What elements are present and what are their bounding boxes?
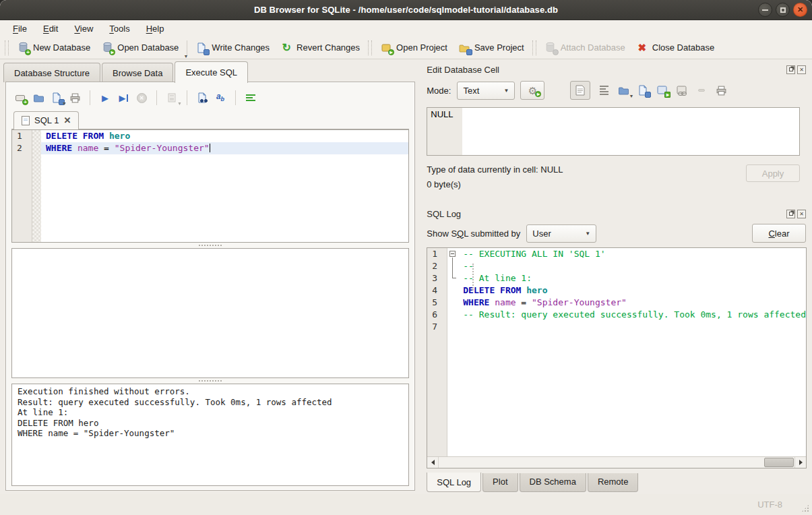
- menu-view[interactable]: View: [67, 22, 100, 35]
- dock-splitter[interactable]: [472, 264, 474, 291]
- menu-file[interactable]: File: [6, 22, 34, 35]
- menubar: File Edit View Tools Help: [0, 20, 812, 36]
- cell-editor[interactable]: NULL: [427, 107, 800, 156]
- execution-message[interactable]: Execution finished without errors. Resul…: [11, 384, 409, 486]
- cell-editor-margin: NULL: [427, 108, 462, 155]
- log-line: --: [458, 260, 806, 272]
- revert-changes-button[interactable]: ↻ Revert Changes: [275, 39, 365, 57]
- open-project-icon: ▸: [380, 42, 392, 54]
- horizontal-splitter[interactable]: [11, 378, 409, 384]
- close-database-button[interactable]: ✖ Close Database: [631, 39, 720, 57]
- right-dock: Edit Database Cell ✕ Mode: Text ▼ ⚙ ▸: [420, 59, 812, 494]
- fold-collapse-icon[interactable]: [449, 251, 456, 257]
- new-database-button[interactable]: + New Database: [11, 39, 96, 57]
- submitter-select[interactable]: User ▼: [526, 224, 596, 243]
- dock-float-button[interactable]: [786, 210, 795, 218]
- filter-label: Show SQL submitted by: [427, 229, 520, 239]
- execute-all-icon[interactable]: ▶: [99, 92, 111, 104]
- dock-float-button[interactable]: [786, 65, 795, 74]
- document-icon: [575, 85, 585, 96]
- toolbar-separator: [187, 40, 187, 55]
- tab-remote[interactable]: Remote: [588, 473, 639, 492]
- dock-close-button[interactable]: ✕: [797, 65, 806, 74]
- menu-help[interactable]: Help: [139, 22, 171, 35]
- word-wrap-icon[interactable]: [245, 92, 257, 104]
- tab-execute-sql[interactable]: Execute SQL: [175, 61, 248, 83]
- tab-browse-data[interactable]: Browse Data: [102, 63, 173, 82]
- results-area[interactable]: [11, 248, 409, 378]
- message-line: WHERE name = "Spider-Youngster": [18, 428, 403, 439]
- sql-log-title: SQL Log: [427, 209, 461, 219]
- maximize-button[interactable]: [776, 3, 790, 17]
- mode-select[interactable]: Text ▼: [457, 82, 515, 100]
- clear-button[interactable]: Clear: [752, 224, 806, 243]
- sql-tab[interactable]: SQL 1 ✕: [13, 111, 79, 129]
- menu-tools[interactable]: Tools: [102, 22, 136, 35]
- window-controls: ✕: [758, 3, 807, 17]
- resize-grip-icon[interactable]: [801, 504, 810, 513]
- titlebar[interactable]: DB Browser for SQLite - /home/user/code/…: [0, 0, 812, 20]
- import-from-file-icon[interactable]: ▼: [617, 84, 629, 96]
- tab-plot[interactable]: Plot: [482, 473, 518, 492]
- toolbar-handle[interactable]: [532, 40, 536, 55]
- save-sql-file-icon[interactable]: ▼: [51, 92, 63, 104]
- editor-fold-margin: [32, 130, 41, 242]
- open-sql-file-icon[interactable]: [32, 92, 44, 104]
- auto-mode-button[interactable]: ⚙ ▸: [520, 81, 544, 100]
- new-tab-icon[interactable]: +: [14, 92, 26, 104]
- minimize-button[interactable]: [758, 3, 772, 17]
- cell-editor-content[interactable]: [462, 108, 799, 155]
- log-fold-margin[interactable]: [447, 248, 458, 456]
- menu-edit[interactable]: Edit: [36, 22, 65, 35]
- log-line: -- At line 1:: [458, 272, 806, 284]
- apply-button: Apply: [746, 164, 800, 182]
- execute-current-line-icon[interactable]: ▶: [117, 92, 129, 104]
- main-tabbar: Database Structure Browse Data Execute S…: [0, 59, 420, 82]
- sql-log-filter-row: Show SQL submitted by User ▼ Clear: [427, 222, 807, 244]
- print-icon[interactable]: [69, 92, 81, 104]
- export-to-file-icon[interactable]: [637, 84, 649, 96]
- log-line: DELETE FROM hero: [458, 284, 806, 297]
- text-cursor: [210, 144, 211, 152]
- tab-database-structure[interactable]: Database Structure: [3, 63, 100, 82]
- log-line-numbers: 1 2 3 4 5 6 7: [427, 248, 447, 456]
- toolbar-separator: [156, 90, 157, 105]
- sql-log-view[interactable]: 1 2 3 4 5 6 7 -- EXECUTING ALL IN: [427, 247, 807, 468]
- horizontal-splitter[interactable]: [11, 243, 409, 248]
- sql-editor[interactable]: 1 2 DELETE FROM hero WHERE name = "Spide…: [11, 129, 409, 243]
- toolbar-handle[interactable]: [5, 40, 9, 55]
- write-changes-button[interactable]: Write Changes: [190, 39, 275, 57]
- tab-sql-log[interactable]: SQL Log: [427, 473, 481, 492]
- close-button[interactable]: ✕: [793, 3, 807, 17]
- sql-tab-close-icon[interactable]: ✕: [63, 115, 71, 125]
- dock-close-button[interactable]: ✕: [797, 210, 806, 218]
- scroll-right-icon[interactable]: [795, 457, 806, 468]
- scrollbar-thumb[interactable]: [764, 458, 794, 467]
- text-mode-button[interactable]: [570, 81, 590, 100]
- toolbar-handle[interactable]: [368, 40, 372, 55]
- sql-log-header: SQL Log ✕: [427, 206, 807, 221]
- find-icon[interactable]: [196, 92, 208, 104]
- copy-data-icon[interactable]: ▸: [656, 84, 668, 96]
- scroll-left-icon[interactable]: [427, 457, 438, 468]
- editor-code-area[interactable]: DELETE FROM hero WHERE name = "Spider-Yo…: [41, 130, 408, 242]
- scrollbar-track[interactable]: [438, 457, 795, 468]
- log-horizontal-scrollbar[interactable]: [427, 456, 806, 468]
- toolbar-separator: [235, 90, 236, 105]
- new-database-label: New Database: [33, 42, 90, 53]
- open-database-button[interactable]: ▸ Open Database ▼: [96, 39, 184, 57]
- replace-icon[interactable]: ab: [214, 92, 226, 104]
- editor-line-current: WHERE name = "Spider-Youngster": [41, 142, 408, 154]
- cell-word-wrap-icon[interactable]: [598, 84, 610, 96]
- main-toolbar: + New Database ▸ Open Database ▼ Write C…: [0, 36, 812, 59]
- set-as-link-icon[interactable]: [676, 84, 688, 96]
- open-project-button[interactable]: ▸ Open Project: [375, 39, 453, 57]
- encoding-indicator[interactable]: UTF-8: [757, 499, 782, 510]
- set-as-null-icon: [695, 84, 708, 96]
- cell-toolbar: ▼ ▸: [570, 81, 727, 100]
- sql-editor-toolbar: + ▼ ▶ ▶ ✕: [11, 86, 409, 109]
- save-project-button[interactable]: Save Project: [453, 39, 530, 57]
- open-database-dropdown-icon[interactable]: ▼: [183, 54, 188, 59]
- cell-print-icon[interactable]: [715, 84, 727, 96]
- tab-db-schema[interactable]: DB Schema: [520, 473, 586, 492]
